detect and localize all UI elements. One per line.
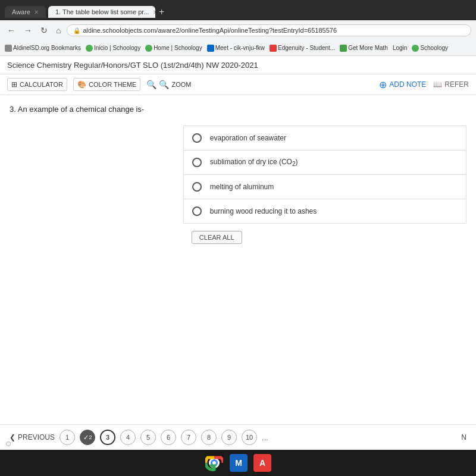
- tab-close-icon[interactable]: ✕: [34, 9, 39, 15]
- page-6[interactable]: 6: [161, 430, 176, 445]
- page-9[interactable]: 9: [221, 430, 237, 445]
- bookmark-favicon-8: [412, 45, 419, 52]
- bookmark-aldineisd[interactable]: AldinelSD.org Bookmarks: [5, 45, 81, 52]
- page-10[interactable]: 10: [242, 430, 257, 445]
- color-theme-button[interactable]: 🎨 COLOR THEME: [73, 78, 140, 91]
- calculator-button[interactable]: ⊞ CALCULATOR: [7, 78, 67, 91]
- zoom-controls: 🔍 🔍 ZOOM: [146, 80, 191, 89]
- answer-option-d[interactable]: burning wood reducing it to ashes: [183, 199, 466, 224]
- taskbar: M A: [0, 450, 476, 476]
- answer-option-a[interactable]: evaporation of seawater: [183, 126, 466, 150]
- add-note-label: ADD NOTE: [389, 80, 426, 89]
- page-header: Science Chemistry Regular/Honors/GT SLO …: [0, 56, 476, 74]
- bookmark-label-4: Meet - cik-vnju-fkw: [215, 45, 265, 51]
- minecraft-icon-label: M: [235, 458, 242, 468]
- page-5[interactable]: 5: [140, 430, 156, 445]
- page-title: Science Chemistry Regular/Honors/GT SLO …: [7, 61, 258, 70]
- next-button[interactable]: N: [461, 433, 466, 441]
- calculator-icon: ⊞: [11, 80, 17, 89]
- address-bar-row: ← → ↻ ⌂ 🔒 aldine.schoolobjects.com/aware…: [0, 20, 476, 40]
- prev-arrow-icon: ❮: [10, 433, 15, 441]
- color-theme-icon: 🎨: [77, 80, 86, 89]
- bookmark-login[interactable]: Login: [393, 45, 407, 51]
- home-button[interactable]: ⌂: [54, 24, 63, 36]
- toolbar-right: ⊕ ADD NOTE 📖 REFER: [379, 79, 469, 90]
- bookmark-label-7: Login: [393, 45, 407, 51]
- answer-text-d: burning wood reducing it to ashes: [210, 207, 317, 215]
- refer-icon: 📖: [433, 80, 442, 89]
- chrome-taskbar-icon[interactable]: [205, 453, 224, 472]
- bookmark-favicon-5: [270, 45, 277, 52]
- radio-b: [192, 158, 202, 167]
- bookmark-label-5: Edgenuity - Student...: [278, 45, 335, 51]
- page-7[interactable]: 7: [181, 430, 196, 445]
- refresh-button[interactable]: ↻: [38, 24, 50, 36]
- browser-chrome: Aware ✕ 1. The table below list some pr.…: [0, 0, 476, 56]
- bookmark-favicon: [5, 45, 12, 52]
- question-text: 3. An example of a chemical change is-: [10, 105, 466, 114]
- bookmark-label-6: Get More Math: [348, 45, 388, 51]
- bookmarks-bar: AldinelSD.org Bookmarks Inicio | Schoolo…: [0, 40, 476, 56]
- zoom-in-icon[interactable]: 🔍: [159, 80, 169, 89]
- tab-label: Aware: [12, 8, 30, 15]
- tab-active-label: 1. The table below list some pr...: [55, 8, 149, 15]
- prev-label: PREVIOUS: [18, 433, 55, 441]
- bookmark-favicon-2: [86, 45, 93, 52]
- forward-button[interactable]: →: [21, 24, 35, 36]
- page-8[interactable]: 8: [201, 430, 217, 445]
- nav-footer: ❮ PREVIOUS 1 ✓ 2 3 4 5 6 7 8 9 10 ... N: [0, 424, 476, 450]
- checkmark-icon: ✓: [83, 434, 89, 441]
- page-3-active[interactable]: 3: [100, 430, 115, 445]
- lock-icon: 🔒: [73, 27, 80, 34]
- answer-text-b: sublimation of dry ice (CO2): [210, 158, 298, 167]
- zoom-label: ZOOM: [171, 81, 191, 88]
- minecraft-taskbar-icon[interactable]: M: [230, 454, 248, 472]
- bookmark-favicon-6: [340, 45, 347, 52]
- address-bar[interactable]: 🔒 aldine.schoolobjects.com/aware2/online…: [67, 24, 471, 36]
- tab-bar: Aware ✕ 1. The table below list some pr.…: [0, 0, 476, 20]
- page-4[interactable]: 4: [120, 430, 136, 445]
- bookmark-label-2: Inicio | Schoology: [94, 45, 140, 51]
- bookmark-favicon-4: [207, 45, 214, 52]
- page-content: Science Chemistry Regular/Honors/GT SLO …: [0, 56, 476, 452]
- bookmark-edgenuity[interactable]: Edgenuity - Student...: [270, 45, 335, 52]
- tab-active[interactable]: 1. The table below list some pr... ✕: [48, 6, 155, 18]
- bookmark-label-3: Home | Schoology: [154, 45, 202, 51]
- question-area: 3. An example of a chemical change is- e…: [0, 95, 476, 253]
- page-1[interactable]: 1: [60, 430, 75, 445]
- color-theme-label: COLOR THEME: [89, 81, 136, 88]
- radio-c: [192, 182, 202, 192]
- bookmark-schoology-home[interactable]: Home | Schoology: [145, 45, 202, 52]
- zoom-out-icon[interactable]: 🔍: [146, 80, 156, 89]
- toolbar: ⊞ CALCULATOR 🎨 COLOR THEME 🔍 🔍 ZOOM ⊕ AD…: [0, 74, 476, 95]
- answer-option-b[interactable]: sublimation of dry ice (CO2): [183, 150, 466, 174]
- small-indicator: [6, 441, 11, 446]
- app-taskbar-icon[interactable]: A: [253, 454, 271, 472]
- answer-option-c[interactable]: melting of aluminum: [183, 174, 466, 199]
- app-icon-label: A: [259, 458, 265, 468]
- bookmark-label-8: Schoology: [420, 45, 448, 51]
- clear-all-label: CLEAR ALL: [199, 234, 234, 241]
- back-button[interactable]: ←: [5, 24, 18, 36]
- answer-options: evaporation of seawater sublimation of d…: [183, 126, 466, 224]
- bookmark-getmoremath[interactable]: Get More Math: [340, 45, 388, 52]
- add-note-button[interactable]: ⊕ ADD NOTE: [379, 79, 426, 90]
- calculator-label: CALCULATOR: [20, 81, 63, 88]
- radio-a: [192, 133, 202, 143]
- question-body: An example of a chemical change is-: [18, 105, 144, 114]
- refer-label: REFER: [444, 80, 469, 89]
- bookmark-label: AldinelSD.org Bookmarks: [13, 45, 81, 51]
- page-2-answered[interactable]: ✓ 2: [80, 430, 95, 445]
- answer-text-c: melting of aluminum: [210, 183, 274, 191]
- new-tab-button[interactable]: +: [159, 7, 164, 17]
- bookmark-meet[interactable]: Meet - cik-vnju-fkw: [207, 45, 265, 52]
- bookmark-favicon-3: [145, 45, 152, 52]
- bookmark-schoology-inicio[interactable]: Inicio | Schoology: [86, 45, 140, 52]
- tab-active-close-icon[interactable]: ✕: [153, 9, 155, 15]
- add-note-plus-icon: ⊕: [379, 79, 387, 90]
- previous-button[interactable]: ❮ PREVIOUS: [10, 433, 55, 441]
- tab-aware[interactable]: Aware ✕: [5, 6, 46, 18]
- bookmark-schoology-s[interactable]: Schoology: [412, 45, 448, 52]
- clear-all-button[interactable]: CLEAR ALL: [192, 231, 242, 244]
- refer-button[interactable]: 📖 REFER: [433, 80, 469, 89]
